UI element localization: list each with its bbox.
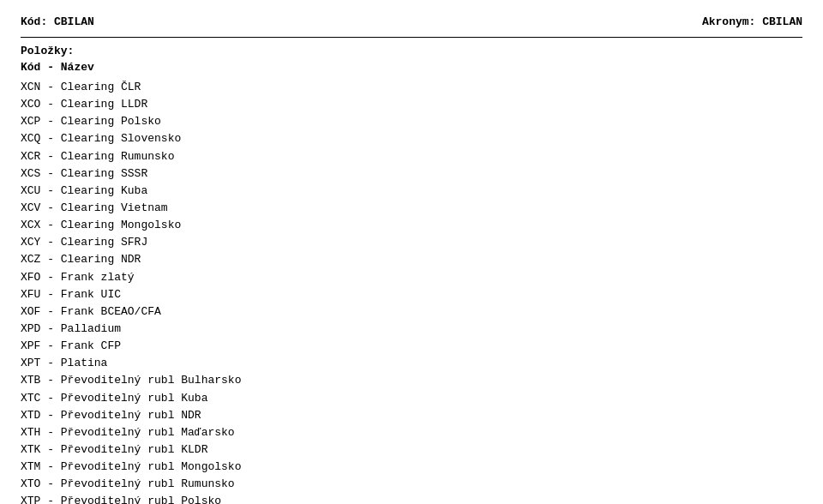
list-item: XFU - Frank UIC: [21, 286, 802, 303]
section-title: Položky:: [21, 45, 802, 57]
list-item: XFO - Frank zlatý: [21, 269, 802, 286]
header-akronym: Akronym: CBILAN: [702, 15, 802, 28]
header-kod: Kód: CBILAN: [21, 15, 94, 28]
list-item: XCS - Clearing SSSR: [21, 165, 802, 183]
list-item: XPF - Frank CFP: [21, 338, 802, 355]
list-item: XTD - Převoditelný rubl NDR: [21, 407, 802, 424]
list-item: XTM - Převoditelný rubl Mongolsko: [21, 459, 802, 476]
top-divider: [21, 37, 802, 38]
col-header: Kód - Název: [21, 61, 802, 74]
list-item: XCP - Clearing Polsko: [21, 113, 802, 130]
list-item: XCV - Clearing Vietnam: [21, 200, 802, 217]
list-item: XCO - Clearing LLDR: [21, 96, 802, 113]
list-item: XTP - Převoditelný rubl Polsko: [21, 493, 802, 504]
list-item: XCX - Clearing Mongolsko: [21, 217, 802, 234]
list-item: XTK - Převoditelný rubl KLDR: [21, 441, 802, 459]
list-item: XTC - Převoditelný rubl Kuba: [21, 390, 802, 407]
list-item: XTH - Převoditelný rubl Maďarsko: [21, 424, 802, 441]
list-item: XOF - Frank BCEAO/CFA: [21, 303, 802, 321]
list-item: XCZ - Clearing NDR: [21, 251, 802, 268]
list-item: XTO - Převoditelný rubl Rumunsko: [21, 476, 802, 493]
list-item: XPT - Platina: [21, 355, 802, 372]
list-item: XCR - Clearing Rumunsko: [21, 148, 802, 165]
list-item: XPD - Palladium: [21, 321, 802, 338]
items-list: XCN - Clearing ČLRXCO - Clearing LLDRXCP…: [21, 79, 802, 504]
list-item: XCY - Clearing SFRJ: [21, 234, 802, 251]
list-item: XCN - Clearing ČLR: [21, 79, 802, 96]
list-item: XCQ - Clearing Slovensko: [21, 130, 802, 147]
list-item: XCU - Clearing Kuba: [21, 183, 802, 200]
list-item: XTB - Převoditelný rubl Bulharsko: [21, 372, 802, 389]
